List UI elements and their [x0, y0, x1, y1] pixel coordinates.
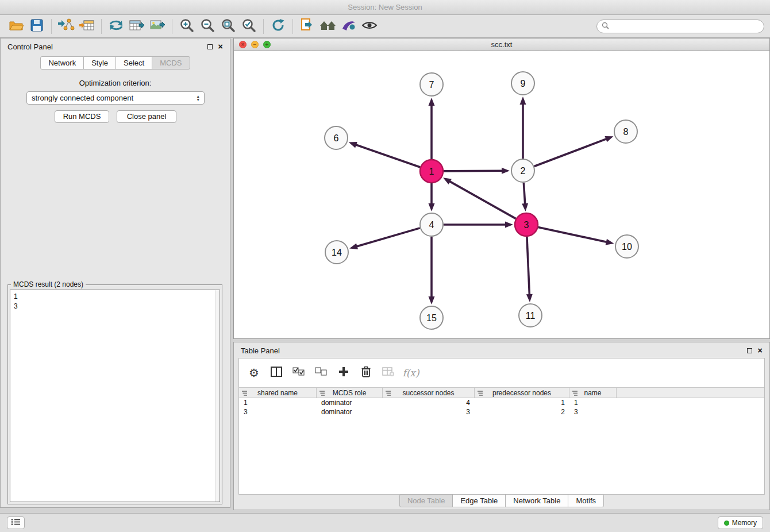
zoom-selected-button[interactable]: [238, 17, 259, 36]
style-wand-button[interactable]: [338, 17, 359, 36]
style-wand-icon: [341, 18, 356, 34]
export-table-icon: [129, 18, 145, 34]
graph-edge-arrow-1-4: [429, 203, 435, 211]
home-network-button[interactable]: [318, 17, 338, 36]
graph-edge-1-6[interactable]: [355, 145, 420, 168]
graph-edge-3-10[interactable]: [538, 227, 607, 242]
table-toolbar: ⚙ f(x): [239, 358, 764, 387]
export-table-button[interactable]: [126, 17, 147, 36]
graph-edge-2-3[interactable]: [523, 183, 525, 205]
graph-edge-arrow-4-3: [505, 222, 513, 228]
houses-icon: [319, 19, 337, 34]
float-table-panel-icon[interactable]: [747, 348, 752, 353]
column-header-name[interactable]: name: [569, 388, 617, 398]
column-header-successor-nodes[interactable]: successor nodes: [383, 388, 475, 398]
search-input[interactable]: [612, 22, 759, 30]
import-table-button[interactable]: [76, 17, 97, 36]
memory-status-icon: [724, 521, 729, 526]
tab-network-table[interactable]: Network Table: [505, 494, 568, 507]
zoom-fit-button[interactable]: [218, 17, 238, 36]
refresh-button[interactable]: [268, 17, 288, 36]
deselect-all-rows-button[interactable]: [314, 366, 328, 380]
control-panel-tabs: NetworkStyleSelectMCDS: [1, 56, 230, 70]
table-panel-title: Table Panel: [241, 346, 280, 355]
graph-edge-arrow-4-15: [429, 296, 435, 304]
graph-edge-3-11[interactable]: [527, 237, 530, 295]
table-header-row: shared nameMCDS rolesuccessor nodesprede…: [239, 387, 764, 398]
stepper-down-icon: ▼: [197, 98, 200, 102]
tab-motifs[interactable]: Motifs: [568, 494, 604, 507]
zoom-out-button[interactable]: [197, 17, 218, 36]
mcds-result-value: 1: [14, 292, 216, 302]
table-cell: 1: [239, 398, 317, 407]
graph-edge-3-1[interactable]: [449, 181, 515, 219]
run-mcds-button[interactable]: Run MCDS: [55, 110, 109, 123]
graph-edge-arrow-2-3: [522, 203, 528, 211]
tab-select[interactable]: Select: [116, 56, 152, 70]
tab-node-table[interactable]: Node Table: [399, 494, 453, 507]
memory-label: Memory: [732, 519, 757, 527]
window-close-icon[interactable]: ×: [239, 41, 247, 48]
table-body: 1dominator4113dominator323: [239, 398, 764, 417]
tab-style[interactable]: Style: [83, 56, 116, 70]
toolbar-separator: [172, 19, 172, 34]
function-builder-button[interactable]: f(x): [404, 366, 418, 380]
window-zoom-icon[interactable]: +: [263, 41, 271, 48]
window-minimize-icon[interactable]: −: [251, 41, 259, 48]
network-window-title: scc.txt: [491, 40, 513, 49]
select-all-rows-button[interactable]: [292, 366, 306, 380]
tab-network[interactable]: Network: [40, 56, 84, 70]
network-canvas[interactable]: 7968124314101511: [234, 51, 769, 338]
close-panel-icon[interactable]: ×: [218, 43, 223, 50]
columns-icon: [271, 367, 282, 379]
graph-node-label-3: 3: [524, 220, 529, 230]
float-panel-icon[interactable]: [207, 44, 213, 49]
import-network-button[interactable]: [56, 17, 76, 36]
close-table-panel-icon[interactable]: ×: [757, 347, 763, 354]
zoom-in-button[interactable]: [176, 17, 197, 36]
memory-button[interactable]: Memory: [718, 516, 763, 529]
copy-network-button[interactable]: [297, 17, 318, 36]
show-columns-button[interactable]: [270, 366, 283, 380]
column-header-shared-name[interactable]: shared name: [239, 388, 317, 398]
tab-edge-table[interactable]: Edge Table: [452, 494, 506, 507]
zoom-fit-icon: [221, 18, 236, 35]
export-image-button[interactable]: [147, 17, 168, 36]
tab-mcds[interactable]: MCDS: [152, 56, 190, 70]
graph-node-label-4: 4: [429, 220, 434, 230]
graph-edge-arrow-1-2: [502, 168, 510, 174]
table-cell: 3: [569, 407, 617, 417]
trash-icon: [361, 366, 371, 380]
delete-table-button[interactable]: [382, 366, 395, 380]
criterion-select[interactable]: strongly connected component ▲ ▼: [26, 91, 205, 105]
save-session-button[interactable]: [26, 17, 47, 36]
search-icon: [602, 21, 609, 32]
table-settings-button[interactable]: ⚙: [247, 366, 261, 380]
network-window-titlebar[interactable]: × − + scc.txt: [234, 38, 769, 51]
graph-node-label-10: 10: [622, 242, 632, 252]
graph-edge-4-14[interactable]: [356, 228, 420, 246]
column-header-label: shared name: [257, 389, 298, 397]
table-cell: 4: [383, 398, 475, 407]
first-neighbors-button[interactable]: [106, 17, 126, 36]
search-box[interactable]: [596, 20, 764, 33]
add-column-button[interactable]: [337, 366, 351, 380]
table-row[interactable]: 1dominator411: [239, 398, 764, 407]
table-cell: dominator: [317, 407, 383, 417]
window-title: Session: New Session: [348, 3, 422, 11]
delete-column-button[interactable]: [359, 366, 373, 380]
open-session-button[interactable]: [6, 17, 26, 36]
table-tabs: Node TableEdge TableNetwork TableMotifs: [234, 494, 769, 507]
close-panel-button[interactable]: Close panel: [117, 110, 176, 123]
table-cell: 1: [475, 398, 569, 407]
mcds-result-list[interactable]: 13: [10, 290, 220, 502]
table-cell: 3: [383, 407, 475, 417]
task-history-button[interactable]: [7, 516, 25, 529]
graph-edge-1-2[interactable]: [444, 171, 503, 171]
result-scrollbar[interactable]: [215, 290, 220, 502]
show-hide-button[interactable]: [359, 17, 380, 36]
table-row[interactable]: 3dominator323: [239, 407, 764, 417]
column-header-predecessor-nodes[interactable]: predecessor nodes: [475, 388, 569, 398]
graph-edge-2-8[interactable]: [534, 138, 607, 166]
column-header-MCDS-role[interactable]: MCDS role: [317, 388, 383, 398]
